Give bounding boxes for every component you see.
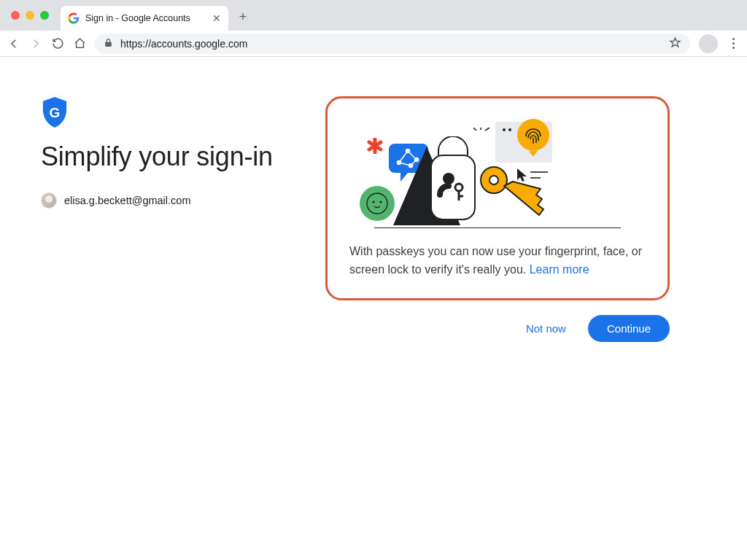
svg-text:G: G — [50, 105, 61, 120]
right-column: With passkeys you can now use your finge… — [325, 96, 706, 560]
asterisk-icon — [367, 138, 383, 154]
browser-toolbar: https://accounts.google.com — [0, 31, 747, 57]
window-close-button[interactable] — [11, 11, 20, 20]
new-tab-button[interactable]: + — [236, 10, 250, 25]
passkey-info-card: With passkeys you can now use your finge… — [325, 96, 670, 300]
left-column: G Simplify your sign-in elisa.g.beckett@… — [41, 96, 318, 560]
profile-avatar-button[interactable] — [699, 34, 718, 53]
home-button[interactable] — [73, 37, 86, 50]
back-button[interactable] — [7, 37, 20, 50]
account-email: elisa.g.beckett@gmail.com — [64, 195, 190, 206]
lock-icon — [104, 38, 113, 50]
svg-point-29 — [489, 176, 498, 184]
reload-button[interactable] — [51, 37, 64, 50]
address-bar[interactable]: https://accounts.google.com — [95, 34, 690, 54]
account-avatar-icon — [41, 192, 57, 209]
learn-more-link[interactable]: Learn more — [530, 263, 589, 276]
passkey-card-icon — [421, 136, 484, 222]
page-content: G Simplify your sign-in elisa.g.beckett@… — [0, 57, 747, 560]
continue-button[interactable]: Continue — [588, 315, 670, 342]
forward-button[interactable] — [29, 37, 42, 50]
svg-rect-16 — [431, 155, 475, 219]
face-icon — [358, 184, 396, 222]
browser-menu-button[interactable] — [727, 37, 740, 50]
window-zoom-button[interactable] — [40, 11, 49, 20]
svg-point-17 — [443, 173, 454, 184]
passkey-description-text: With passkeys you can now use your finge… — [349, 245, 642, 276]
account-chip[interactable]: elisa.g.beckett@gmail.com — [41, 192, 318, 209]
fingerprint-icon — [514, 119, 552, 157]
svg-point-26 — [372, 201, 374, 203]
page-title: Simplify your sign-in — [41, 141, 318, 172]
google-favicon-icon — [68, 12, 80, 24]
window-controls — [0, 11, 49, 31]
google-shield-icon: G — [41, 96, 69, 128]
svg-point-27 — [379, 201, 382, 203]
bookmark-star-icon[interactable] — [669, 36, 681, 51]
svg-point-2 — [503, 128, 506, 131]
tab-close-icon[interactable]: ✕ — [212, 13, 221, 23]
browser-tab-active[interactable]: Sign in - Google Accounts ✕ — [61, 6, 228, 31]
browser-tab-title: Sign in - Google Accounts — [85, 13, 190, 23]
address-bar-url: https://accounts.google.com — [120, 38, 247, 50]
svg-point-7 — [517, 119, 549, 151]
action-row: Not now Continue — [325, 315, 670, 342]
cursor-icon — [516, 167, 530, 183]
svg-line-6 — [485, 128, 489, 131]
browser-tab-strip: Sign in - Google Accounts ✕ + — [0, 0, 747, 31]
window-minimize-button[interactable] — [26, 11, 34, 20]
svg-line-4 — [473, 128, 476, 131]
not-now-button[interactable]: Not now — [519, 316, 573, 341]
svg-point-3 — [508, 128, 511, 131]
passkey-description: With passkeys you can now use your finge… — [349, 243, 646, 279]
passkey-illustration — [349, 112, 646, 236]
svg-point-24 — [360, 186, 395, 221]
